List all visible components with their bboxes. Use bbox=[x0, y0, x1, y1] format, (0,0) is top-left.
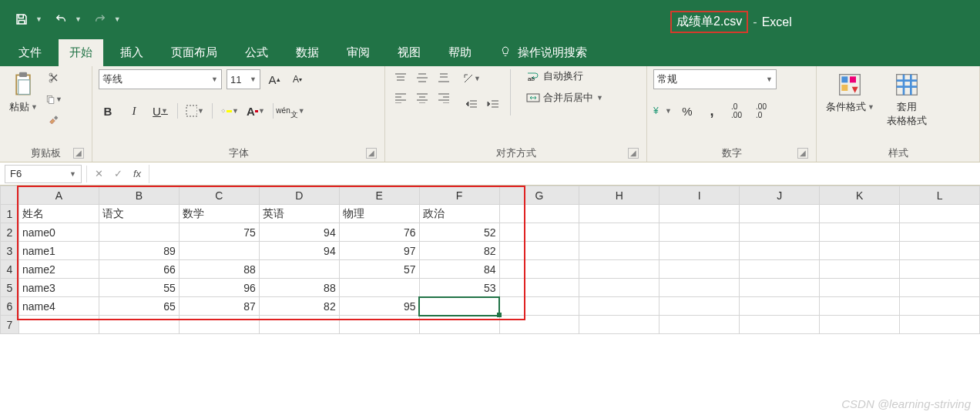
enter-formula-button[interactable]: ✓ bbox=[114, 168, 123, 179]
cell[interactable] bbox=[499, 297, 579, 316]
row-header[interactable]: 3 bbox=[1, 242, 19, 260]
cell[interactable]: 96 bbox=[179, 279, 259, 297]
font-name-combo[interactable]: 等线▼ bbox=[99, 69, 222, 89]
format-painter-button[interactable] bbox=[45, 112, 62, 129]
orientation-button[interactable]: ▼ bbox=[462, 69, 481, 88]
cell[interactable] bbox=[99, 316, 179, 334]
select-all-corner[interactable] bbox=[1, 186, 19, 205]
cell[interactable]: 55 bbox=[99, 279, 179, 297]
tab-insert[interactable]: 插入 bbox=[109, 39, 154, 66]
insert-function-button[interactable]: fx bbox=[133, 168, 141, 179]
cell[interactable]: 75 bbox=[179, 223, 259, 242]
cell[interactable] bbox=[740, 260, 820, 279]
cell[interactable]: 政治 bbox=[419, 205, 499, 223]
cell[interactable] bbox=[740, 297, 820, 316]
dialog-launcher-icon[interactable]: ◢ bbox=[628, 148, 639, 159]
cell[interactable]: 82 bbox=[419, 242, 499, 260]
column-header[interactable]: I bbox=[659, 186, 740, 205]
cell[interactable] bbox=[419, 297, 499, 316]
tab-help[interactable]: 帮助 bbox=[438, 39, 482, 66]
decrease-indent-button[interactable] bbox=[462, 95, 481, 114]
cell[interactable]: 87 bbox=[179, 297, 259, 316]
conditional-format-button[interactable]: 条件格式▼ bbox=[823, 69, 878, 115]
cell[interactable] bbox=[499, 279, 579, 297]
percent-button[interactable]: % bbox=[678, 102, 696, 120]
row-header[interactable]: 2 bbox=[1, 223, 19, 242]
font-color-button[interactable]: A▼ bbox=[247, 102, 265, 120]
cell[interactable] bbox=[259, 260, 339, 279]
cell[interactable] bbox=[900, 279, 980, 297]
copy-button[interactable]: ▼ bbox=[45, 91, 62, 108]
cell[interactable] bbox=[339, 316, 419, 334]
cell[interactable]: 97 bbox=[339, 242, 419, 260]
undo-button[interactable] bbox=[50, 8, 72, 30]
cell[interactable]: 57 bbox=[339, 260, 419, 279]
column-header[interactable]: L bbox=[900, 186, 980, 205]
cell[interactable]: 94 bbox=[259, 223, 339, 242]
format-as-table-button[interactable]: 套用 表格格式 bbox=[884, 69, 930, 129]
bold-button[interactable]: B bbox=[99, 102, 117, 120]
cell[interactable]: name0 bbox=[18, 223, 99, 242]
cell[interactable]: 65 bbox=[99, 297, 179, 316]
cell[interactable]: 88 bbox=[259, 279, 339, 297]
chevron-down-icon[interactable]: ▼ bbox=[114, 15, 121, 23]
font-size-combo[interactable]: 11▼ bbox=[227, 69, 260, 89]
column-header[interactable]: K bbox=[820, 186, 900, 205]
cell[interactable]: name1 bbox=[18, 242, 99, 260]
cell[interactable] bbox=[740, 316, 820, 334]
cell[interactable] bbox=[900, 260, 980, 279]
cell[interactable]: 53 bbox=[419, 279, 499, 297]
tab-data[interactable]: 数据 bbox=[285, 39, 330, 66]
cell[interactable] bbox=[659, 297, 740, 316]
comma-button[interactable]: , bbox=[703, 102, 721, 120]
cell[interactable]: 语文 bbox=[99, 205, 179, 223]
save-button[interactable] bbox=[11, 8, 32, 30]
dialog-launcher-icon[interactable]: ◢ bbox=[73, 148, 84, 159]
column-header[interactable]: G bbox=[499, 186, 579, 205]
cell[interactable]: 52 bbox=[419, 223, 499, 242]
cell[interactable] bbox=[740, 279, 820, 297]
cell[interactable] bbox=[499, 205, 579, 223]
tell-me-search[interactable]: 操作说明搜索 bbox=[488, 39, 598, 66]
cell[interactable]: 姓名 bbox=[18, 205, 99, 223]
cell[interactable] bbox=[419, 316, 499, 334]
column-header[interactable]: F bbox=[419, 186, 499, 205]
cell[interactable] bbox=[339, 279, 419, 297]
chevron-down-icon[interactable]: ▼ bbox=[35, 15, 42, 23]
align-middle-button[interactable] bbox=[413, 69, 431, 86]
cell[interactable] bbox=[900, 297, 980, 316]
column-header[interactable]: B bbox=[99, 186, 179, 205]
cell[interactable] bbox=[820, 242, 900, 260]
cell[interactable]: 95 bbox=[339, 297, 419, 316]
cell[interactable] bbox=[820, 205, 900, 223]
row-header[interactable]: 1 bbox=[1, 205, 19, 223]
cell[interactable] bbox=[740, 205, 820, 223]
tab-file[interactable]: 文件 bbox=[8, 39, 52, 66]
number-format-combo[interactable]: 常规▼ bbox=[653, 69, 777, 89]
cell[interactable] bbox=[499, 223, 579, 242]
cell[interactable] bbox=[659, 279, 740, 297]
cell[interactable] bbox=[579, 260, 659, 279]
increase-indent-button[interactable] bbox=[484, 95, 502, 114]
cell[interactable]: name3 bbox=[18, 279, 99, 297]
column-header[interactable]: J bbox=[740, 186, 820, 205]
align-center-button[interactable] bbox=[413, 89, 431, 106]
cell[interactable] bbox=[820, 223, 900, 242]
cell[interactable] bbox=[820, 279, 900, 297]
italic-button[interactable]: I bbox=[125, 102, 143, 120]
row-header[interactable]: 4 bbox=[1, 260, 19, 279]
cell[interactable] bbox=[820, 260, 900, 279]
align-right-button[interactable] bbox=[435, 89, 453, 106]
cell[interactable] bbox=[499, 316, 579, 334]
redo-button[interactable] bbox=[89, 8, 111, 30]
cancel-formula-button[interactable]: ✕ bbox=[95, 168, 103, 179]
align-top-button[interactable] bbox=[391, 69, 410, 86]
cell[interactable]: 82 bbox=[259, 297, 339, 316]
tab-home[interactable]: 开始 bbox=[59, 39, 103, 66]
tab-review[interactable]: 审阅 bbox=[336, 39, 381, 66]
cell[interactable] bbox=[740, 223, 820, 242]
cell[interactable] bbox=[99, 223, 179, 242]
increase-decimal-button[interactable]: .0.00 bbox=[727, 102, 746, 120]
accounting-format-button[interactable]: ¥▼ bbox=[653, 102, 672, 120]
cell[interactable] bbox=[900, 205, 980, 223]
